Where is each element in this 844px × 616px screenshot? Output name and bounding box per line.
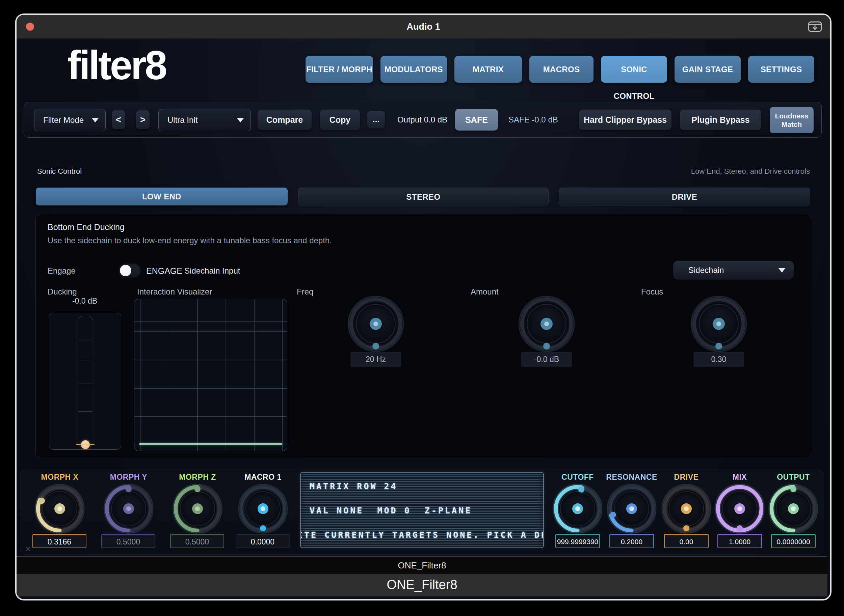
- filter-mode-value: Filter Mode: [43, 109, 84, 131]
- chevron-down-icon: [92, 118, 99, 122]
- plugin-window: Audio 1 filter8 FILTER / MORPH MODULATOR…: [15, 13, 832, 600]
- output-gain-readout: Output 0.0 dB: [394, 102, 451, 137]
- nav-matrix[interactable]: MATRIX: [454, 56, 522, 83]
- safe-gain-readout: SAFE -0.0 dB: [509, 102, 558, 137]
- loudness-match-button[interactable]: Loudness Match: [770, 107, 814, 133]
- window-mode-icon[interactable]: [808, 21, 822, 32]
- resonance-knob[interactable]: [606, 483, 657, 534]
- nav-gain-stage[interactable]: GAIN STAGE: [675, 56, 741, 83]
- knob-value[interactable]: 0.5000: [101, 534, 155, 548]
- morph-z-control: MORPH Z 0.5000: [169, 470, 226, 555]
- cursor-glyph-icon: ✕: [25, 545, 31, 554]
- main-nav: FILTER / MORPH MODULATORS MATRIX MACROS …: [306, 56, 814, 83]
- ducking-meter: [49, 313, 121, 450]
- ducking-label: Ducking: [48, 287, 77, 296]
- knob-label: MIX: [711, 472, 768, 482]
- focus-value[interactable]: 0.30: [693, 352, 744, 367]
- tab-drive[interactable]: DRIVE: [559, 188, 810, 205]
- knob-label: MORPH X: [31, 472, 88, 482]
- focus-label: Focus: [641, 287, 663, 296]
- prev-preset-button[interactable]: <: [112, 110, 125, 129]
- chevron-down-icon: [778, 268, 785, 273]
- morph-y-knob[interactable]: [103, 483, 154, 534]
- mix-knob[interactable]: [715, 483, 765, 534]
- knob-label: MORPH Z: [169, 472, 226, 482]
- chevron-down-icon: [237, 118, 244, 122]
- mix-control: MIX 1.0000: [711, 470, 768, 555]
- focus-knob[interactable]: [690, 295, 747, 352]
- knob-value[interactable]: 0.0000: [236, 534, 290, 548]
- resonance-control: RESONANCE 0.2000: [603, 470, 660, 555]
- output-knob[interactable]: [768, 483, 819, 534]
- plugin-bypass-button[interactable]: Plugin Bypass: [680, 110, 761, 130]
- knob-value[interactable]: 0.5000: [170, 534, 224, 548]
- engage-caps-label: ENGAGE: [146, 266, 182, 276]
- nav-settings[interactable]: SETTINGS: [748, 56, 814, 83]
- knob-label: OUTPUT: [765, 472, 822, 482]
- amount-value[interactable]: -0.0 dB: [521, 352, 572, 367]
- ducking-meter-track[interactable]: [78, 316, 93, 447]
- sidechain-dropdown[interactable]: Sidechain: [673, 261, 794, 280]
- knob-value[interactable]: 0.00: [664, 534, 709, 548]
- tab-stereo[interactable]: STEREO: [298, 188, 548, 205]
- section-title: Sonic Control: [37, 167, 82, 176]
- sidechain-input-label: Sidechain Input: [184, 266, 240, 276]
- nav-modulators[interactable]: MODULATORS: [381, 56, 447, 83]
- engage-label: Engage: [48, 266, 76, 276]
- knob-label: MACRO 1: [234, 472, 292, 482]
- morph-y-control: MORPH Y 0.5000: [100, 470, 157, 555]
- macro-1-control: MACRO 1 0.0000: [234, 470, 292, 555]
- macro-1-knob[interactable]: [238, 483, 288, 534]
- morph-z-knob[interactable]: [172, 483, 223, 534]
- preset-toolbar: Filter Mode < > Ultra Init Compare Copy …: [24, 102, 822, 138]
- knob-value[interactable]: 0.0000000: [771, 534, 816, 548]
- knob-value[interactable]: 0.2000: [609, 534, 654, 548]
- more-options-button[interactable]: ...: [367, 111, 385, 129]
- interaction-visualizer: [134, 299, 287, 451]
- knob-value[interactable]: 1.0000: [718, 534, 762, 548]
- freq-value[interactable]: 20 Hz: [350, 352, 401, 367]
- safe-button[interactable]: SAFE: [455, 109, 498, 131]
- drive-knob[interactable]: [661, 483, 712, 534]
- next-preset-button[interactable]: >: [136, 110, 150, 129]
- visualizer-trace: [139, 443, 282, 444]
- plugin-name-small: ONE_Filter8: [16, 557, 828, 574]
- filter-mode-dropdown[interactable]: Filter Mode: [34, 109, 106, 131]
- ducking-value-readout: -0.0 dB: [49, 296, 121, 306]
- knob-label: RESONANCE: [603, 472, 660, 482]
- lcd-scroll-line: ITE CURRENTLY TARGETS NONE. PICK A DE: [300, 530, 544, 540]
- knob-value[interactable]: 999.9999390: [555, 534, 600, 548]
- lcd-line: VAL NONE MOD 0 Z-PLANE: [310, 506, 472, 515]
- plugin-name-large: ONE_Filter8: [16, 574, 828, 597]
- brand-logo: filter8: [67, 42, 166, 88]
- hard-clipper-bypass-button[interactable]: Hard Clipper Bypass: [579, 110, 672, 130]
- section-hint: Low End, Stereo, and Drive controls: [691, 167, 810, 176]
- panel-description: Use the sidechain to duck low-end energy…: [48, 236, 332, 245]
- amount-label: Amount: [471, 287, 498, 296]
- compare-button[interactable]: Compare: [257, 110, 312, 130]
- knob-value[interactable]: 0.3166: [32, 534, 87, 548]
- drive-control: DRIVE 0.00: [658, 470, 715, 555]
- window-title: Audio 1: [16, 15, 830, 38]
- morph-x-knob[interactable]: [34, 483, 85, 534]
- ducking-meter-handle[interactable]: [81, 440, 90, 449]
- freq-knob[interactable]: [347, 295, 404, 352]
- output-control: OUTPUT 0.0000000: [765, 470, 822, 555]
- plugin-body: filter8 FILTER / MORPH MODULATORS MATRIX…: [16, 38, 828, 597]
- nav-macros[interactable]: MACROS: [529, 56, 594, 83]
- freq-label: Freq: [297, 287, 313, 296]
- low-end-panel: Bottom End Ducking Use the sidechain to …: [35, 214, 811, 458]
- cutoff-knob[interactable]: [552, 483, 603, 534]
- tab-low-end[interactable]: LOW END: [36, 188, 288, 205]
- knob-label: DRIVE: [658, 472, 715, 482]
- amount-knob[interactable]: [518, 295, 575, 352]
- lcd-display: MATRIX ROW 24 VAL NONE MOD 0 Z-PLANE ITE…: [300, 472, 544, 548]
- preset-dropdown[interactable]: Ultra Init: [158, 109, 251, 131]
- nav-filter-morph[interactable]: FILTER / MORPH: [306, 56, 373, 83]
- visualizer-label: Interaction Visualizer: [137, 287, 212, 296]
- engage-toggle[interactable]: [119, 264, 141, 278]
- nav-sonic-control[interactable]: SONIC CONTROL: [601, 56, 667, 83]
- global-controls-strip: ✕ MORPH X 0.3166 MORPH Y 0.5000 MORPH Z: [20, 469, 824, 554]
- toggle-knob: [120, 265, 131, 276]
- copy-button[interactable]: Copy: [320, 110, 360, 130]
